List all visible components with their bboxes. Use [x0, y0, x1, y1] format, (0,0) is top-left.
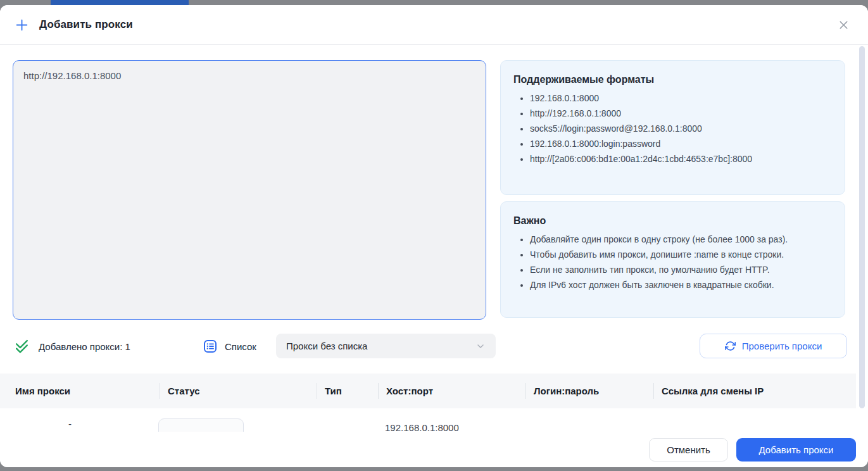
plus-icon — [15, 18, 28, 32]
added-proxies-status: Добавлено прокси: 1 — [14, 334, 130, 359]
vertical-scrollbar[interactable] — [859, 46, 865, 408]
format-item: 192.168.0.1:8000 — [530, 91, 829, 106]
check-proxies-label: Проверить прокси — [742, 341, 822, 351]
row-name-value: - — [68, 418, 72, 429]
background-browser-tab — [51, 0, 189, 5]
important-title: Важно — [513, 215, 832, 227]
proxy-list-select[interactable]: Прокси без списка — [276, 334, 496, 358]
add-proxy-modal: Добавить прокси http://192.168.0.1:8000 … — [0, 5, 868, 467]
list-group: Список — [203, 334, 256, 359]
supported-formats-panel: Поддерживаемые форматы 192.168.0.1:8000h… — [500, 60, 845, 195]
table-column-header: Тип — [317, 374, 378, 408]
important-list: Добавляйте один прокси в одну строку (не… — [513, 232, 832, 292]
list-icon — [203, 339, 218, 354]
format-item: http://[2a06:c006:bd1e:00a1:2d4c:1cbd:46… — [530, 151, 829, 166]
proxy-input[interactable]: http://192.168.0.1:8000 — [13, 60, 486, 320]
format-item: 192.168.0.1:8000:login:password — [530, 136, 829, 151]
important-item: Чтобы добавить имя прокси, допишите :nam… — [530, 247, 829, 262]
table-column-header: Логин:пароль — [525, 374, 653, 408]
important-panel: Важно Добавляйте один прокси в одну стро… — [500, 201, 845, 318]
added-proxies-label: Добавлено прокси: 1 — [39, 341, 130, 352]
important-item: Если не заполнить тип прокси, по умолчан… — [530, 262, 829, 277]
important-item: Для IPv6 хост должен быть заключен в ква… — [530, 277, 829, 292]
table-column-header: Статус — [160, 374, 317, 408]
table-column-header: Ссылка для смены IP — [653, 374, 856, 408]
refresh-icon — [725, 341, 736, 351]
table-column-header: Хост:порт — [378, 374, 525, 408]
proxy-list-select-value: Прокси без списка — [286, 341, 367, 351]
important-item: Добавляйте один прокси в одну строку (не… — [530, 232, 829, 247]
chevron-down-icon — [475, 341, 486, 351]
table-column-header: Имя прокси — [0, 374, 160, 408]
modal-footer: Отменить Добавить прокси — [0, 432, 868, 467]
modal-header: Добавить прокси — [0, 5, 868, 45]
modal-title: Добавить прокси — [39, 18, 133, 31]
double-check-icon — [14, 339, 30, 354]
format-item: http://192.168.0.1:8000 — [530, 106, 829, 121]
list-label: Список — [225, 341, 256, 352]
check-proxies-button[interactable]: Проверить прокси — [700, 334, 847, 358]
format-item: socks5://login:password@192.168.0.1:8000 — [530, 121, 829, 136]
supported-formats-list: 192.168.0.1:8000http://192.168.0.1:8000s… — [513, 91, 832, 166]
proxy-table-header: Имя проксиСтатусТипХост:портЛогин:пароль… — [0, 374, 856, 408]
cancel-button[interactable]: Отменить — [649, 438, 728, 462]
add-proxies-button[interactable]: Добавить прокси — [736, 438, 856, 462]
close-icon[interactable] — [834, 16, 853, 34]
supported-formats-title: Поддерживаемые форматы — [513, 74, 832, 85]
